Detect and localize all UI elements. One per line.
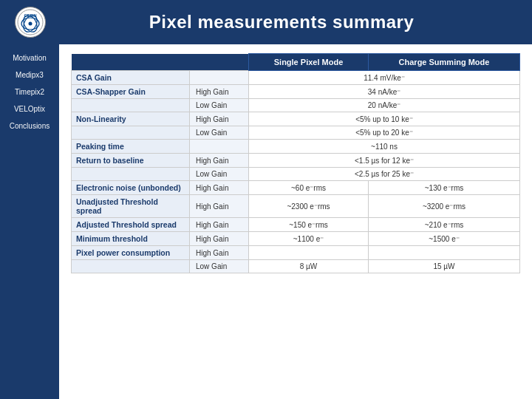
row-label-power: Pixel power consumption — [72, 246, 190, 260]
row-label-min: Minimum threshold — [72, 232, 190, 246]
value-csa-gain: 11.4 mV/ke⁻ — [249, 71, 520, 85]
col-header-empty1 — [72, 54, 190, 71]
svg-point-5 — [29, 22, 33, 26]
measurements-table: Single Pixel Mode Charge Summing Mode CS… — [71, 53, 520, 273]
value-power-high-charge — [369, 246, 520, 260]
col-header-charge: Charge Summing Mode — [369, 54, 520, 71]
table-row: Low Gain 20 nA/ke⁻ — [72, 99, 520, 112]
content-area: Single Pixel Mode Charge Summing Mode CS… — [59, 44, 532, 399]
main-content: Motivation Medipx3 Timepix2 VELOptix Con… — [0, 44, 532, 399]
table-row: Minimum threshold High Gain ~1100 e⁻ ~15… — [72, 232, 520, 246]
value-return-high: <1.5 µs for 12 ke⁻ — [249, 154, 520, 168]
table-row: Low Gain 8 µW 15 µW — [72, 260, 520, 273]
gain-high-nonlin: High Gain — [190, 112, 249, 126]
sidebar-item-timepix2[interactable]: Timepix2 — [3, 86, 56, 98]
table-row: Low Gain <5% up to 20 ke⁻ — [72, 126, 520, 140]
value-unadj-single: ~2300 e⁻rms — [249, 195, 369, 218]
value-power-high-single — [249, 246, 369, 260]
value-power-low-charge: 15 µW — [369, 260, 520, 273]
row-label-csa-shapper: CSA-Shapper Gain — [72, 85, 190, 99]
gain-cell — [190, 71, 249, 85]
table-row: Non-Linearity High Gain <5% up to 10 ke⁻ — [72, 112, 520, 126]
table-row: Pixel power consumption High Gain — [72, 246, 520, 260]
gain-low-shapper: Low Gain — [190, 99, 249, 112]
gain-low-nonlin: Low Gain — [190, 126, 249, 140]
table-row: CSA Gain 11.4 mV/ke⁻ — [72, 71, 520, 85]
gain-high-adj: High Gain — [190, 218, 249, 232]
gain-high-min: High Gain — [190, 232, 249, 246]
gain-high-shapper: High Gain — [190, 85, 249, 99]
gain-low-return: Low Gain — [190, 168, 249, 181]
gain-peaking — [190, 140, 249, 154]
row-label-empty2 — [72, 126, 190, 140]
value-peaking: ~110 ns — [249, 140, 520, 154]
value-noise-charge: ~130 e⁻rms — [369, 181, 520, 195]
sidebar: Motivation Medipx3 Timepix2 VELOptix Con… — [0, 44, 59, 399]
value-adj-charge: ~210 e⁻rms — [369, 218, 520, 232]
row-label-return: Return to baseline — [72, 154, 190, 168]
row-label-peaking: Peaking time — [72, 140, 190, 154]
sidebar-item-conclusions[interactable]: Conclusions — [3, 120, 56, 132]
value-min-charge: ~1500 e⁻ — [369, 232, 520, 246]
value-nonlin-high: <5% up to 10 ke⁻ — [249, 112, 520, 126]
value-csa-shapper-low: 20 nA/ke⁻ — [249, 99, 520, 112]
header: CERN Pixel measurements summary — [0, 0, 532, 44]
table-row: CSA-Shapper Gain High Gain 34 nA/ke⁻ — [72, 85, 520, 99]
table-row: Return to baseline High Gain <1.5 µs for… — [72, 154, 520, 168]
value-noise-single: ~60 e⁻rms — [249, 181, 369, 195]
gain-low-power: Low Gain — [190, 260, 249, 273]
value-power-low-single: 8 µW — [249, 260, 369, 273]
table-row: Peaking time ~110 ns — [72, 140, 520, 154]
col-header-single: Single Pixel Mode — [249, 54, 369, 71]
row-label-empty4 — [72, 260, 190, 273]
row-label-nonlin: Non-Linearity — [72, 112, 190, 126]
row-label-noise: Electronic noise (unbonded) — [72, 181, 190, 195]
sidebar-item-veloptix[interactable]: VELOptix — [3, 103, 56, 115]
value-adj-single: ~150 e⁻rms — [249, 218, 369, 232]
col-header-empty2 — [190, 54, 249, 71]
gain-high-unadj: High Gain — [190, 195, 249, 218]
value-return-low: <2.5 µs for 25 ke⁻ — [249, 168, 520, 181]
row-label-empty1 — [72, 99, 190, 112]
gain-high-noise: High Gain — [190, 181, 249, 195]
gain-high-power: High Gain — [190, 246, 249, 260]
value-min-single: ~1100 e⁻ — [249, 232, 369, 246]
value-nonlin-low: <5% up to 20 ke⁻ — [249, 126, 520, 140]
row-label-csa-gain: CSA Gain — [72, 71, 190, 85]
page-title: Pixel measurements summary — [46, 12, 517, 33]
table-row: Unadjusted Threshold spread High Gain ~2… — [72, 195, 520, 218]
value-unadj-charge: ~3200 e⁻rms — [369, 195, 520, 218]
table-row: Low Gain <2.5 µs for 25 ke⁻ — [72, 168, 520, 181]
row-label-empty3 — [72, 168, 190, 181]
gain-high-return: High Gain — [190, 154, 249, 168]
sidebar-item-medipix3[interactable]: Medipx3 — [3, 69, 56, 81]
cern-logo: CERN — [15, 7, 46, 38]
row-label-unadj: Unadjusted Threshold spread — [72, 195, 190, 218]
value-csa-shapper-high: 34 nA/ke⁻ — [249, 85, 520, 99]
sidebar-item-motivation[interactable]: Motivation — [3, 52, 56, 64]
row-label-adj: Adjusted Threshold spread — [72, 218, 190, 232]
table-row: Adjusted Threshold spread High Gain ~150… — [72, 218, 520, 232]
table-row: Electronic noise (unbonded) High Gain ~6… — [72, 181, 520, 195]
